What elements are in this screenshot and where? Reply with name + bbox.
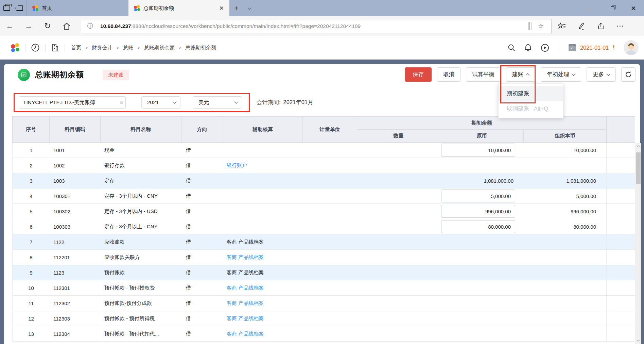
table-row[interactable]: 4100301定存 - 3个月以内 - CNY借5,000.00 xyxy=(13,189,635,204)
orig-amount-input[interactable] xyxy=(441,190,515,202)
cell-account-name: 应收账款关联方 xyxy=(101,250,181,265)
cell-account-code: 1123 xyxy=(50,265,101,280)
scroll-down-icon[interactable] xyxy=(635,337,641,343)
cell-aux-accounting: 客商 产品线档案 xyxy=(223,296,303,311)
guide-play-icon[interactable] xyxy=(541,44,549,52)
cell-quantity xyxy=(357,204,440,219)
table-row[interactable]: 12112303预付帐款 - 预付所得税借客商 产品线档案 xyxy=(13,311,635,326)
address-bar[interactable]: ⓘ 10.60.84.237:8888/nccloud/resources/wo… xyxy=(81,19,552,33)
forward-icon[interactable]: → xyxy=(19,21,38,31)
search-icon[interactable] xyxy=(507,44,516,52)
aux-accounting-link[interactable]: 客商 产品线档案 xyxy=(227,254,264,261)
cell-account-name: 银行存款 xyxy=(101,158,181,173)
cancel-button[interactable]: 取消 xyxy=(437,67,460,82)
breadcrumb-item[interactable]: 总账 xyxy=(123,45,133,51)
tab-list-dropdown-icon[interactable] xyxy=(243,0,257,16)
table-row[interactable]: 6100303定存 - 3个月以上 - CNY借80,000.00 xyxy=(13,219,635,234)
cell-filler xyxy=(607,158,636,173)
cell-quantity xyxy=(357,219,440,234)
share-icon[interactable] xyxy=(597,22,605,30)
window-close-button[interactable]: ✕ xyxy=(623,0,644,16)
app-header: 首页>财务会计>总账>总账期初余额>总账期初余额 2021-01-01 ! xyxy=(0,36,644,60)
home-icon[interactable] xyxy=(57,22,76,30)
breadcrumb-item[interactable]: 总账期初余额 xyxy=(144,45,175,51)
favorites-star-icon[interactable]: ☆ xyxy=(534,22,548,30)
back-icon[interactable]: ← xyxy=(0,21,19,31)
table-row[interactable]: 31003定存借1,081,000.001,081,000.00 xyxy=(13,173,635,189)
cell-local-currency: 1,081,000.00 xyxy=(524,173,607,188)
cell-uom xyxy=(303,265,357,280)
aux-accounting-link[interactable]: 客商 产品线档案 xyxy=(227,285,264,291)
tab-preview-icon[interactable] xyxy=(3,5,10,11)
opening-balance-table: 序号 科目编码 科目名称 方向 辅助核算 计量单位 期初余额 数量 原币 组织本… xyxy=(12,116,635,342)
browser-tab-active[interactable]: 总账期初余额 ✕ xyxy=(128,0,229,16)
table-row[interactable]: 21002银行存款借银行账户 xyxy=(13,158,635,173)
cell-local-currency xyxy=(524,158,607,173)
ledger-app-icon xyxy=(18,69,30,81)
breadcrumb-item[interactable]: 财务会计 xyxy=(92,45,112,51)
cell-aux-accounting xyxy=(223,173,303,188)
hub-favorites-icon[interactable] xyxy=(558,22,566,30)
year-begin-button[interactable]: 年初处理 xyxy=(541,67,581,82)
currency-select[interactable]: 美元 xyxy=(193,96,242,109)
table-row[interactable]: 5100302定存 - 3个月以内 - USD借996,000.00 xyxy=(13,204,635,219)
table-row[interactable]: 11001现金借10,000.00 xyxy=(13,143,635,158)
col-header-local-currency: 组织本币 xyxy=(524,130,607,142)
cell-filler xyxy=(607,280,636,295)
table-row[interactable]: 71122应收账款借客商 产品线档案 xyxy=(13,234,635,250)
tab-close-icon[interactable]: ✕ xyxy=(219,5,224,12)
year-select[interactable]: 2021 xyxy=(141,96,180,109)
organization-building-icon[interactable] xyxy=(51,43,59,52)
site-info-icon[interactable]: ⓘ xyxy=(85,22,96,30)
table-row[interactable]: 11112302预付账款-预付分成款借客商 产品线档案 xyxy=(13,296,635,311)
annotate-pen-icon[interactable] xyxy=(577,22,586,30)
cell-direction: 借 xyxy=(181,219,223,234)
window-restore-button[interactable] xyxy=(602,0,623,16)
more-options-icon[interactable]: ··· xyxy=(617,23,624,29)
business-date[interactable]: 2021-01-01 xyxy=(580,45,609,51)
aux-accounting-link[interactable]: 银行账户 xyxy=(227,162,247,169)
cell-account-code: 1122 xyxy=(50,234,101,249)
cell-account-name: 预付账款 xyxy=(101,265,181,280)
window-minimize-button[interactable]: — xyxy=(581,0,602,16)
save-button[interactable]: 保存 xyxy=(405,67,432,82)
breadcrumb-item[interactable]: 总账期初余额 xyxy=(185,45,216,51)
refresh-button[interactable] xyxy=(621,67,636,82)
cell-account-code: 112303 xyxy=(50,311,101,326)
list-picker-icon[interactable]: ≡ xyxy=(120,99,123,106)
table-row[interactable]: 91123预付账款借客商 产品线档案 xyxy=(13,265,635,280)
aux-accounting-link[interactable]: 客商 产品线档案 xyxy=(227,315,264,322)
user-avatar[interactable] xyxy=(624,40,639,55)
orig-amount-input[interactable] xyxy=(441,220,515,233)
cell-seq: 2 xyxy=(13,158,50,173)
set-tabs-aside-icon[interactable] xyxy=(16,5,23,11)
breadcrumb-separator: > xyxy=(137,45,140,50)
notification-bell-icon[interactable] xyxy=(524,44,532,52)
new-tab-button[interactable]: + xyxy=(229,0,243,16)
table-row[interactable]: 10112301预付帐款 - 预付授权费借客商 产品线档案 xyxy=(13,280,635,296)
account-book-picker[interactable]: TINYCELL PTE.LTD.-美元账簿 ≡ xyxy=(19,96,126,109)
vertical-scrollbar[interactable] xyxy=(635,143,641,344)
aux-accounting-link[interactable]: 客商 产品线档案 xyxy=(227,300,264,307)
cell-quantity xyxy=(357,280,440,295)
yonyou-logo xyxy=(11,43,20,52)
refresh-icon[interactable]: ↻ xyxy=(38,21,57,31)
table-row[interactable]: 8112201应收账款关联方借客商 产品线档案 xyxy=(13,250,635,265)
cell-local-currency: 996,000.00 xyxy=(524,204,607,219)
recent-clock-icon[interactable] xyxy=(31,43,40,52)
cell-seq: 3 xyxy=(13,173,50,188)
table-row[interactable]: 13112304预付帐款 - 预付代扣代...借客商 产品线档案 xyxy=(13,326,635,342)
more-button[interactable]: 更多 xyxy=(587,67,616,82)
orig-amount-input[interactable] xyxy=(441,205,515,218)
aux-accounting-link[interactable]: 客商 产品线档案 xyxy=(227,331,264,337)
scroll-up-icon[interactable] xyxy=(635,144,641,150)
browser-tab-home[interactable]: 首页 xyxy=(27,0,128,16)
scrollbar-thumb[interactable] xyxy=(636,152,641,184)
cell-seq: 5 xyxy=(13,204,50,219)
col-header-direction: 方向 xyxy=(181,117,223,142)
orig-amount-input[interactable] xyxy=(441,144,515,157)
cell-filler xyxy=(607,265,636,280)
col-header-opening-balance: 期初余额 xyxy=(357,117,607,130)
breadcrumb-item[interactable]: 首页 xyxy=(71,45,81,51)
trial-balance-button[interactable]: 试算平衡 xyxy=(466,67,501,82)
